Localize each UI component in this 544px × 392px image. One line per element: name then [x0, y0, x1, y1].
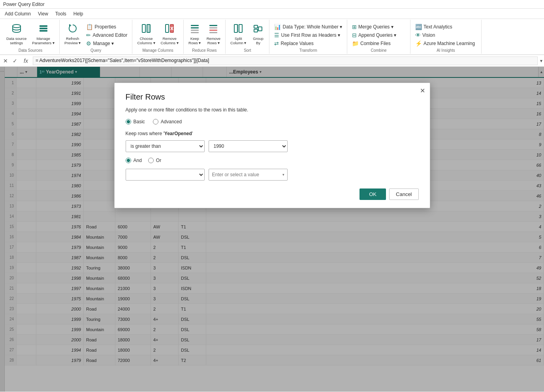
- and-option[interactable]: And: [126, 158, 142, 163]
- choose-columns-label: ChooseColumns ▾: [137, 36, 155, 45]
- mode-radio-group: Basic Advanced: [126, 119, 419, 124]
- advanced-mode-option[interactable]: Advanced: [153, 119, 182, 124]
- vision-button[interactable]: 👁 Vision: [413, 31, 477, 39]
- title-bar: Power Query Editor: [0, 0, 544, 9]
- manage-label: Manage ▾: [93, 41, 114, 46]
- group-by-label: GroupBy: [253, 36, 263, 45]
- accept-formula-icon[interactable]: ✓: [11, 57, 19, 65]
- dialog-close-button[interactable]: ✕: [420, 87, 425, 94]
- ribbon: Data sourcesettings ManageParameters ▾ D…: [0, 19, 544, 55]
- second-operator-select[interactable]: [126, 169, 205, 181]
- or-radio[interactable]: [148, 158, 154, 163]
- text-analytics-label: Text Analytics: [424, 24, 452, 30]
- formula-expand-icon[interactable]: ▾: [540, 58, 542, 64]
- azure-ml-button[interactable]: ⚡ Azure Machine Learning: [413, 40, 477, 47]
- ribbon-group-reduce-rows: KeepRows ▾ RemoveRows ▾ Reduce Rows: [184, 20, 226, 54]
- properties-label: Properties: [94, 24, 116, 30]
- svg-rect-20: [239, 24, 242, 32]
- combine-files-button[interactable]: 📁 Combine Files: [350, 40, 399, 47]
- or-option[interactable]: Or: [148, 158, 161, 163]
- manage-parameters-button[interactable]: ManageParameters ▾: [30, 21, 57, 47]
- and-label: And: [134, 158, 142, 163]
- dialog-title: Filter Rows: [126, 92, 419, 102]
- query-group-label: Query: [62, 47, 130, 54]
- azure-ml-label: Azure Machine Learning: [424, 41, 475, 46]
- group-by-button[interactable]: GroupBy: [249, 21, 267, 47]
- reduce-rows-group-label: Reduce Rows: [186, 47, 223, 54]
- remove-rows-button[interactable]: RemoveRows ▾: [204, 21, 223, 47]
- svg-rect-14: [191, 32, 199, 33]
- vision-label: Vision: [422, 32, 435, 38]
- second-value-input[interactable]: [209, 169, 288, 181]
- transform-items: 📊 Data Type: Whole Number ▾ ☰ Use First …: [272, 21, 344, 47]
- advanced-editor-label: Advanced Editor: [92, 32, 127, 38]
- properties-button[interactable]: 📋 Properties: [84, 23, 130, 31]
- split-column-button[interactable]: SplitColumn ▾: [228, 21, 248, 47]
- append-queries-button[interactable]: ⊟ Append Queries ▾: [350, 31, 399, 39]
- remove-columns-button[interactable]: RemoveColumns ▾: [158, 21, 181, 47]
- menu-bar: Add Column View Tools Help: [0, 9, 544, 19]
- vision-icon: 👁: [415, 32, 421, 38]
- data-type-label: Data Type: Whole Number ▾: [282, 24, 342, 30]
- svg-rect-18: [209, 32, 217, 33]
- choose-columns-button[interactable]: ChooseColumns ▾: [135, 21, 157, 47]
- refresh-preview-button[interactable]: RefreshPreview ▾: [62, 21, 83, 47]
- remove-columns-icon: [164, 23, 175, 36]
- condition-value-select[interactable]: 1990: [209, 140, 288, 152]
- dialog-footer: OK Cancel: [126, 188, 419, 200]
- svg-rect-5: [142, 24, 145, 32]
- svg-rect-7: [166, 24, 169, 32]
- advanced-editor-icon: ✏: [86, 32, 91, 38]
- formula-bar: ✕ ✓ fx = AdventureWorks2017{[Schema="Sal…: [0, 55, 544, 67]
- basic-radio[interactable]: [126, 119, 131, 124]
- properties-icon: 📋: [86, 24, 93, 30]
- first-row-icon: ☰: [274, 32, 279, 38]
- advanced-editor-button[interactable]: ✏ Advanced Editor: [84, 31, 130, 39]
- combine-small-buttons: ⊞ Merge Queries ▾ ⊟ Append Queries ▾ 📁 C…: [350, 21, 399, 47]
- replace-values-icon: ⇄: [274, 40, 279, 47]
- remove-columns-label: RemoveColumns ▾: [161, 36, 179, 45]
- svg-rect-11: [191, 25, 199, 26]
- cancel-button[interactable]: Cancel: [389, 188, 418, 200]
- svg-rect-19: [234, 24, 237, 32]
- data-type-icon: 📊: [274, 24, 281, 30]
- svg-rect-24: [258, 27, 262, 31]
- menu-help[interactable]: Help: [70, 10, 87, 17]
- remove-rows-label: RemoveRows ▾: [207, 36, 220, 45]
- menu-add-column[interactable]: Add Column: [2, 10, 34, 17]
- manage-button[interactable]: ⚙ Manage ▾: [84, 40, 130, 47]
- query-small-buttons: 📋 Properties ✏ Advanced Editor ⚙ Manage …: [84, 21, 130, 47]
- manage-icon: ⚙: [86, 40, 91, 47]
- split-column-label: SplitColumn ▾: [230, 36, 246, 45]
- data-source-settings-label: Data sourcesettings: [6, 36, 26, 45]
- query-items: RefreshPreview ▾ 📋 Properties ✏ Advanced…: [62, 21, 130, 47]
- ok-button[interactable]: OK: [360, 188, 386, 200]
- keep-rows-icon: [189, 23, 200, 36]
- data-type-button[interactable]: 📊 Data Type: Whole Number ▾: [272, 23, 344, 31]
- svg-rect-1: [40, 25, 47, 27]
- keep-rows-button[interactable]: KeepRows ▾: [186, 21, 203, 47]
- replace-values-button[interactable]: ⇄ Replace Values: [272, 40, 344, 47]
- advanced-radio[interactable]: [153, 119, 158, 124]
- first-condition-row: is greater than is less than is equal to…: [126, 140, 419, 152]
- append-queries-label: Append Queries ▾: [358, 32, 396, 38]
- second-condition-row: ▾: [126, 169, 419, 181]
- basic-mode-option[interactable]: Basic: [126, 119, 145, 124]
- svg-rect-22: [254, 25, 258, 28]
- filter-rows-dialog: ✕ Filter Rows Apply one or more filter c…: [114, 83, 430, 208]
- use-first-row-button[interactable]: ☰ Use First Row as Headers ▾: [272, 31, 344, 39]
- main-area: ··· ... ▾ 1²³ YearOpened ▾ ...Employees: [0, 67, 544, 392]
- merge-queries-button[interactable]: ⊞ Merge Queries ▾: [350, 23, 399, 31]
- svg-rect-6: [147, 24, 150, 32]
- ribbon-content: Data sourcesettings ManageParameters ▾ D…: [0, 19, 544, 55]
- and-radio[interactable]: [126, 158, 131, 163]
- and-or-group: And Or: [126, 158, 419, 163]
- data-source-settings-button[interactable]: Data sourcesettings: [4, 21, 29, 47]
- text-analytics-icon: 🔤: [415, 24, 422, 30]
- close-formula-icon[interactable]: ✕: [2, 57, 9, 65]
- menu-view[interactable]: View: [35, 10, 51, 17]
- condition-operator-select[interactable]: is greater than is less than is equal to…: [126, 140, 205, 152]
- menu-tools[interactable]: Tools: [52, 10, 70, 17]
- text-analytics-button[interactable]: 🔤 Text Analytics: [413, 23, 477, 31]
- merge-queries-label: Merge Queries ▾: [358, 24, 393, 30]
